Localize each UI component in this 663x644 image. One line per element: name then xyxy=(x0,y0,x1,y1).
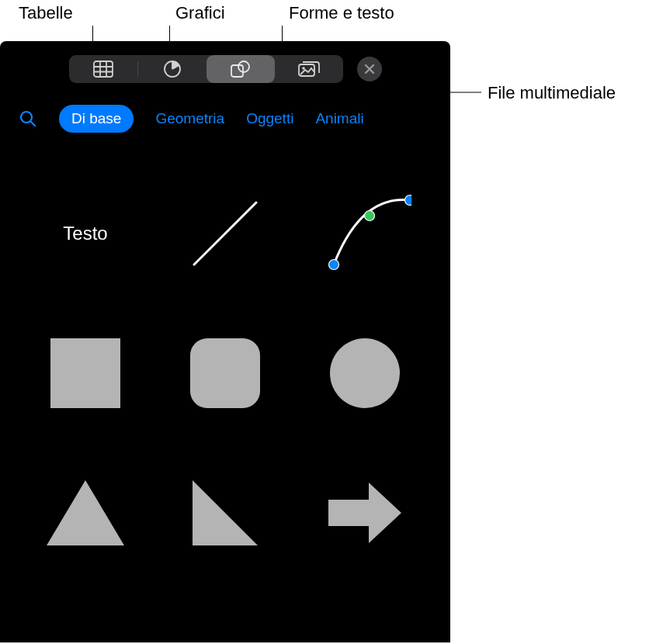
category-row: Di base Geometria Oggetti Animali xyxy=(0,83,450,133)
callout-shapes-text: Forme e testo xyxy=(289,3,394,23)
close-button[interactable] xyxy=(357,57,382,81)
arrow-right-icon xyxy=(322,478,408,548)
shape-rounded-square[interactable] xyxy=(179,327,272,420)
media-tab[interactable] xyxy=(275,55,343,83)
shapes-panel: Di base Geometria Oggetti Animali Testo xyxy=(0,41,450,642)
svg-point-9 xyxy=(238,61,249,72)
right-triangle-icon xyxy=(186,474,264,552)
shape-square[interactable] xyxy=(39,327,132,420)
svg-rect-21 xyxy=(190,338,260,408)
category-geometry[interactable]: Geometria xyxy=(155,110,224,127)
svg-point-11 xyxy=(302,67,305,70)
insert-toolbar xyxy=(0,41,450,83)
circle-icon xyxy=(326,334,404,412)
square-icon xyxy=(47,334,124,412)
callout-charts: Grafici xyxy=(175,3,225,23)
svg-point-19 xyxy=(405,196,412,206)
shape-text-label: Testo xyxy=(63,223,107,244)
svg-point-18 xyxy=(365,211,375,221)
shape-circle[interactable] xyxy=(318,327,411,420)
svg-rect-20 xyxy=(50,338,120,408)
shape-bezier-curve[interactable] xyxy=(318,187,411,280)
shapes-icon xyxy=(230,60,252,78)
category-objects[interactable]: Oggetti xyxy=(246,110,293,127)
triangle-icon xyxy=(43,474,128,552)
rounded-square-icon xyxy=(186,334,264,412)
tables-tab[interactable] xyxy=(69,55,137,83)
svg-point-22 xyxy=(330,338,400,408)
search-icon xyxy=(19,110,36,127)
svg-line-16 xyxy=(194,203,256,265)
pie-chart-icon xyxy=(163,60,182,78)
line-icon xyxy=(182,191,268,276)
search-button[interactable] xyxy=(19,109,37,128)
callout-tables: Tabelle xyxy=(19,3,73,23)
shape-line[interactable] xyxy=(179,187,272,280)
category-animals[interactable]: Animali xyxy=(315,110,363,127)
svg-line-15 xyxy=(31,122,36,126)
close-icon xyxy=(364,64,375,74)
shapes-grid: Testo xyxy=(0,133,450,559)
category-basic[interactable]: Di base xyxy=(59,105,134,133)
charts-tab[interactable] xyxy=(138,55,207,83)
photos-icon xyxy=(298,61,320,78)
svg-marker-25 xyxy=(328,483,401,543)
bezier-icon xyxy=(318,191,411,276)
shape-triangle[interactable] xyxy=(39,466,132,559)
svg-marker-23 xyxy=(47,480,124,545)
insert-segmented-control xyxy=(69,55,343,83)
svg-marker-24 xyxy=(193,480,258,545)
shape-right-triangle[interactable] xyxy=(179,466,272,559)
shapes-tab[interactable] xyxy=(207,55,275,83)
svg-rect-0 xyxy=(94,61,113,77)
table-icon xyxy=(93,61,113,78)
shape-arrow-right[interactable] xyxy=(318,466,411,559)
shape-text[interactable]: Testo xyxy=(39,187,132,280)
svg-point-17 xyxy=(329,260,339,270)
callout-media: File multimediale xyxy=(488,83,616,103)
